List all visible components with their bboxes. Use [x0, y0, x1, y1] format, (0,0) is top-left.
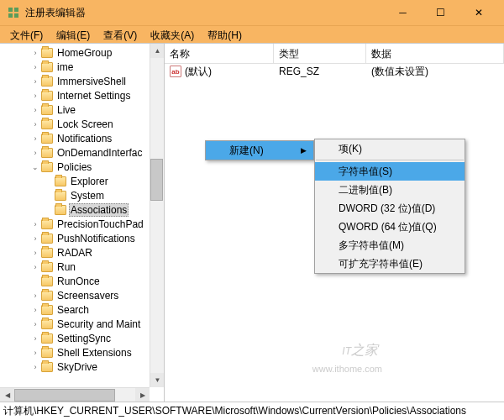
close-button[interactable]: ✕	[459, 0, 497, 25]
tree-item[interactable]: ›Shell Extensions	[0, 345, 164, 360]
tree-label: Security and Maint	[55, 318, 142, 330]
menu-help[interactable]: 帮助(H)	[201, 26, 249, 43]
tree-item[interactable]: System	[0, 188, 164, 202]
expand-icon[interactable]: ›	[30, 48, 40, 58]
menu-view[interactable]: 查看(V)	[97, 26, 144, 43]
expand-icon[interactable]: ›	[30, 262, 40, 272]
tree-item[interactable]: ›Notifications	[0, 131, 164, 145]
ctx-submenu-item[interactable]: 项(K)	[315, 139, 465, 158]
expand-icon[interactable]: ›	[30, 234, 40, 244]
tree-scrollbar-vertical[interactable]: ▲ ▼	[150, 44, 164, 387]
expand-icon[interactable]: ›	[30, 62, 40, 72]
expand-icon[interactable]: ›	[30, 305, 40, 315]
folder-icon	[41, 291, 53, 301]
ctx-submenu-item[interactable]: DWORD (32 位)值(D)	[315, 199, 465, 218]
tree-item[interactable]: ›Search	[0, 302, 164, 317]
tree-item[interactable]: ›Security and Maint	[0, 317, 164, 331]
expand-icon[interactable]: ›	[30, 219, 40, 229]
scroll-down-icon[interactable]: ▼	[150, 373, 165, 387]
statusbar: 计算机\HKEY_CURRENT_USER\SOFTWARE\Microsoft…	[0, 402, 504, 420]
folder-icon	[41, 248, 53, 258]
value-name-cell: ab (默认)	[165, 65, 274, 79]
scroll-thumb[interactable]	[14, 389, 115, 402]
expand-icon[interactable]: ›	[30, 105, 40, 115]
menu-favorites[interactable]: 收藏夹(A)	[144, 26, 201, 43]
column-data[interactable]: 数据	[366, 44, 504, 63]
tree-item[interactable]: ›PrecisionTouchPad	[0, 217, 164, 231]
tree-label: Lock Screen	[55, 118, 115, 130]
expand-icon[interactable]: ›	[30, 291, 40, 301]
folder-icon	[41, 119, 53, 129]
tree-item[interactable]: ›SkyDrive	[0, 360, 164, 374]
expand-icon[interactable]: ›	[30, 348, 40, 358]
tree-item[interactable]: ›Run	[0, 260, 164, 274]
tree-item[interactable]: ›SettingSync	[0, 331, 164, 345]
scroll-left-icon[interactable]: ◀	[0, 388, 14, 402]
expand-icon[interactable]: ›	[30, 76, 40, 87]
tree-label: HomeGroup	[55, 47, 113, 59]
folder-icon	[55, 191, 66, 201]
tree-scrollbar-horizontal[interactable]: ◀ ▶	[0, 387, 150, 402]
app-icon	[7, 6, 20, 19]
expand-icon	[30, 276, 40, 286]
folder-icon	[41, 362, 53, 372]
tree-item[interactable]: ›ime	[0, 60, 164, 74]
expand-icon[interactable]: ›	[30, 91, 40, 101]
menu-file[interactable]: 文件(F)	[3, 26, 50, 43]
scroll-thumb[interactable]	[150, 159, 163, 201]
tree-pane: ›HomeGroup›ime›ImmersiveShell›Internet S…	[0, 44, 165, 402]
tree-label: Live	[55, 104, 77, 116]
tree-item[interactable]: ›Live	[0, 102, 164, 117]
scroll-right-icon[interactable]: ▶	[135, 388, 150, 402]
tree-item[interactable]: ⌄Policies	[0, 160, 164, 174]
tree-item[interactable]: ›RADAR	[0, 245, 164, 260]
column-type[interactable]: 类型	[274, 44, 366, 63]
tree-item[interactable]: ›PushNotifications	[0, 231, 164, 245]
expand-icon[interactable]: ›	[30, 134, 40, 144]
ctx-new-label: 新建(N)	[229, 144, 264, 158]
tree-label: Search	[55, 304, 91, 316]
tree-item[interactable]: ›Lock Screen	[0, 117, 164, 131]
expand-icon[interactable]: ›	[30, 248, 40, 258]
menu-edit[interactable]: 编辑(E)	[50, 26, 97, 43]
ctx-new[interactable]: 新建(N) ▶	[206, 141, 313, 160]
tree-label: SkyDrive	[55, 361, 99, 373]
column-name[interactable]: 名称	[165, 44, 274, 63]
expand-icon[interactable]: ›	[30, 333, 40, 344]
tree-item[interactable]: ›HomeGroup	[0, 45, 164, 60]
folder-icon	[41, 262, 53, 272]
maximize-button[interactable]: ☐	[422, 0, 459, 25]
tree-item[interactable]: Associations	[0, 202, 164, 217]
minimize-button[interactable]: ─	[384, 0, 422, 25]
folder-icon	[41, 105, 53, 115]
collapse-icon[interactable]: ⌄	[30, 162, 40, 172]
folder-icon	[41, 91, 53, 101]
scroll-up-icon[interactable]: ▲	[150, 44, 165, 58]
list-pane: 名称 类型 数据 ab (默认) REG_SZ (数值未设置) 新建(N) ▶ …	[165, 44, 504, 402]
tree-label: Internet Settings	[55, 90, 132, 102]
expand-icon[interactable]: ›	[30, 362, 40, 372]
ctx-submenu-item[interactable]: 多字符串值(M)	[315, 236, 465, 255]
tree-item[interactable]: ›OnDemandInterfac	[0, 145, 164, 160]
value-name: (默认)	[185, 65, 212, 79]
tree-label: Shell Extensions	[55, 347, 134, 359]
tree-item[interactable]: Explorer	[0, 174, 164, 188]
tree-item[interactable]: ›ImmersiveShell	[0, 74, 164, 88]
folder-icon	[41, 276, 53, 286]
tree-label: PrecisionTouchPad	[55, 218, 145, 230]
window-title: 注册表编辑器	[25, 6, 384, 20]
tree-item[interactable]: ›Screensavers	[0, 288, 164, 302]
expand-icon[interactable]: ›	[30, 319, 40, 329]
list-item[interactable]: ab (默认) REG_SZ (数值未设置)	[165, 64, 504, 79]
registry-tree[interactable]: ›HomeGroup›ime›ImmersiveShell›Internet S…	[0, 44, 164, 375]
tree-item[interactable]: RunOnce	[0, 274, 164, 288]
ctx-submenu-item[interactable]: QWORD (64 位)值(Q)	[315, 218, 465, 236]
expand-icon[interactable]: ›	[30, 148, 40, 158]
ctx-submenu-item[interactable]: 可扩充字符串值(E)	[315, 255, 465, 273]
ctx-submenu-item[interactable]: 字符串值(S)	[315, 162, 465, 181]
tree-item[interactable]: ›Internet Settings	[0, 88, 164, 102]
tree-label: Associations	[69, 203, 129, 217]
menubar: 文件(F) 编辑(E) 查看(V) 收藏夹(A) 帮助(H)	[0, 25, 504, 44]
ctx-submenu-item[interactable]: 二进制值(B)	[315, 181, 465, 199]
expand-icon[interactable]: ›	[30, 119, 40, 129]
